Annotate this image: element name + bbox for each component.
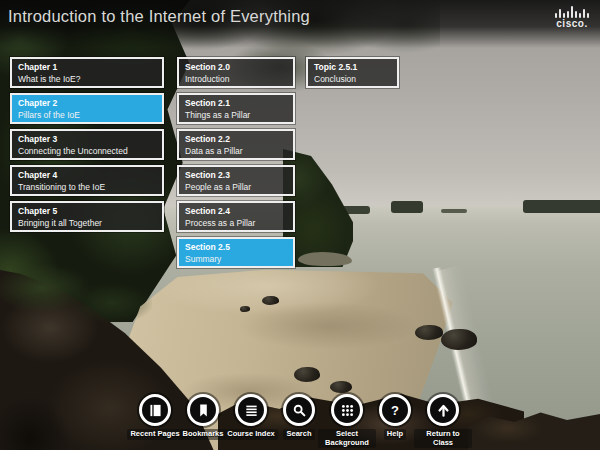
bottom-toolbar: Recent Pages Bookmarks Course Index [0, 390, 600, 450]
chapter-4-button[interactable]: Chapter 4 Transitioning to the IoE [10, 165, 164, 196]
return-to-class-button[interactable]: Return to Class [413, 390, 473, 448]
rock [441, 329, 477, 350]
chapter-menu: Chapter 1 What is the IoE? Chapter 2 Pil… [10, 57, 164, 237]
svg-text:?: ? [391, 403, 399, 418]
section-title: Section 2.0 [185, 62, 287, 73]
chapter-title: Chapter 4 [18, 170, 156, 181]
help-icon: ? [379, 394, 411, 426]
return-to-class-icon [427, 394, 459, 426]
section-subtitle: People as a Pillar [185, 181, 287, 193]
chapter-title: Chapter 2 [18, 98, 156, 109]
select-background-icon [331, 394, 363, 426]
section-2-0-button[interactable]: Section 2.0 Introduction [177, 57, 295, 88]
chapter-subtitle: Pillars of the IoE [18, 109, 156, 121]
topic-subtitle: Conclusion [314, 73, 391, 85]
section-subtitle: Introduction [185, 73, 287, 85]
chapter-5-button[interactable]: Chapter 5 Bringing it all Together [10, 201, 164, 232]
cisco-logo: cisco. [555, 6, 589, 29]
header: Introduction to the Internet of Everythi… [0, 0, 600, 48]
cisco-wordmark: cisco. [556, 19, 587, 29]
section-title: Section 2.2 [185, 134, 287, 145]
course-index-icon [235, 394, 267, 426]
section-subtitle: Things as a Pillar [185, 109, 287, 121]
section-2-2-button[interactable]: Section 2.2 Data as a Pillar [177, 129, 295, 160]
headland-shore [298, 252, 352, 266]
rock [294, 367, 320, 382]
tool-label: Help [384, 429, 406, 440]
section-subtitle: Data as a Pillar [185, 145, 287, 157]
rock [262, 296, 279, 305]
topic-2-5-1-button[interactable]: Topic 2.5.1 Conclusion [306, 57, 399, 88]
tool-label: Return to Class [414, 429, 472, 448]
section-title: Section 2.1 [185, 98, 287, 109]
chapter-title: Chapter 1 [18, 62, 156, 73]
bookmarks-icon [187, 394, 219, 426]
chapter-2-button[interactable]: Chapter 2 Pillars of the IoE [10, 93, 164, 124]
rock [240, 306, 250, 312]
course-menu-screen: Introduction to the Internet of Everythi… [0, 0, 600, 450]
chapter-subtitle: What is the IoE? [18, 73, 156, 85]
section-subtitle: Process as a Pillar [185, 217, 287, 229]
section-title: Section 2.5 [185, 242, 287, 253]
rock [415, 325, 443, 340]
topic-menu: Topic 2.5.1 Conclusion [306, 57, 399, 93]
chapter-3-button[interactable]: Chapter 3 Connecting the Unconnected [10, 129, 164, 160]
section-menu: Section 2.0 Introduction Section 2.1 Thi… [177, 57, 295, 273]
section-2-3-button[interactable]: Section 2.3 People as a Pillar [177, 165, 295, 196]
page-title: Introduction to the Internet of Everythi… [8, 7, 310, 26]
section-2-4-button[interactable]: Section 2.4 Process as a Pillar [177, 201, 295, 232]
section-subtitle: Summary [185, 253, 287, 265]
chapter-1-button[interactable]: Chapter 1 What is the IoE? [10, 57, 164, 88]
island [391, 201, 423, 213]
topic-title: Topic 2.5.1 [314, 62, 391, 73]
island [523, 200, 600, 213]
tool-label: Bookmarks [180, 429, 227, 440]
tool-label: Search [283, 429, 314, 440]
recent-pages-icon [139, 394, 171, 426]
section-title: Section 2.3 [185, 170, 287, 181]
section-2-1-button[interactable]: Section 2.1 Things as a Pillar [177, 93, 295, 124]
cliff-foliage [0, 258, 152, 343]
chapter-subtitle: Bringing it all Together [18, 217, 156, 229]
island [441, 209, 467, 213]
section-title: Section 2.4 [185, 206, 287, 217]
search-icon [283, 394, 315, 426]
chapter-title: Chapter 5 [18, 206, 156, 217]
chapter-subtitle: Transitioning to the IoE [18, 181, 156, 193]
chapter-subtitle: Connecting the Unconnected [18, 145, 156, 157]
chapter-title: Chapter 3 [18, 134, 156, 145]
cisco-bars-icon [555, 6, 589, 18]
section-2-5-button[interactable]: Section 2.5 Summary [177, 237, 295, 268]
